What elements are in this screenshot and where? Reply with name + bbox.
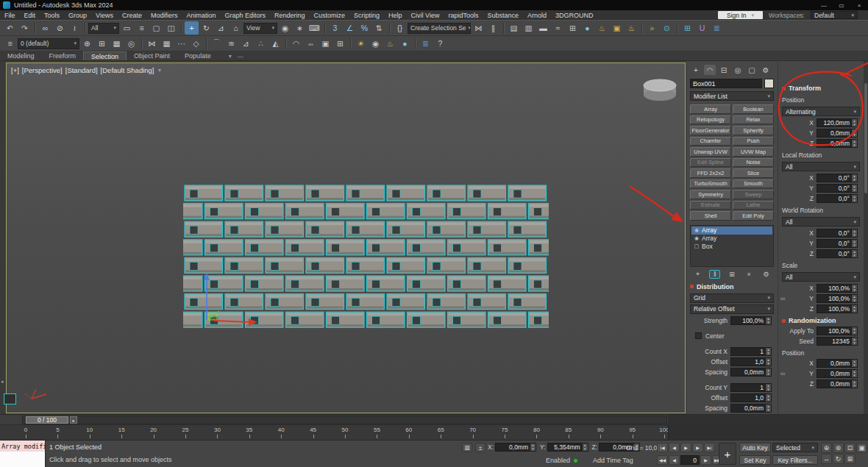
random-position-y-spinner[interactable]: 0,0mm▴▾ <box>817 369 858 378</box>
scrollbar-thumb[interactable] <box>864 83 867 193</box>
modifier-button-noise[interactable]: Noise <box>733 158 774 168</box>
randomization-rollout-header[interactable]: Randomization <box>778 314 864 326</box>
keyboard-override-icon[interactable]: ⌨ <box>307 21 321 35</box>
rendered-frame-icon[interactable]: ▣ <box>610 21 624 35</box>
menu-create[interactable]: Create <box>118 10 146 20</box>
spinner-arrows[interactable]: ▴▾ <box>851 380 857 388</box>
next-frame-button[interactable]: ▶ <box>692 443 703 452</box>
viewport-menu-2[interactable]: [Standard] <box>65 66 98 74</box>
key-step-back-button[interactable]: ◀ <box>669 455 680 465</box>
rectangular-selection-icon[interactable]: ▢ <box>149 21 163 35</box>
auto-key-button[interactable]: Auto Key <box>739 443 771 452</box>
center-checkbox[interactable]: Center <box>686 331 778 341</box>
local-rotation-y-spinner[interactable]: 0,0°▴▾ <box>817 184 858 193</box>
zoom-region-icon[interactable]: ▣ <box>856 443 867 453</box>
key-filters-button[interactable]: Key Filters... <box>772 455 818 465</box>
local-rotation-mode-dropdown[interactable]: All▾ <box>782 162 860 171</box>
shell-tool-icon[interactable]: ▣ <box>319 37 332 50</box>
modify-tab[interactable]: ◠ <box>704 65 716 75</box>
redo-icon[interactable]: ↷ <box>18 21 32 35</box>
viewport-menu-1[interactable]: [Perspective] <box>22 66 63 74</box>
close-button[interactable]: × <box>850 0 868 10</box>
axis-link-icon[interactable]: ∞ <box>780 295 785 302</box>
ribbon-tab-freeform[interactable]: Freeform <box>42 51 84 60</box>
brick-wall-object[interactable] <box>165 185 567 327</box>
select-and-place-icon[interactable]: ⌂ <box>229 21 243 35</box>
spinner-arrows[interactable]: ▴▾ <box>851 250 857 257</box>
previous-frame-button[interactable]: ◀ <box>669 443 680 452</box>
coord-x-field[interactable]: 0,0mm▴▾ <box>495 443 536 452</box>
render-production-icon[interactable]: ♨ <box>625 21 638 35</box>
create-new-layer-icon[interactable]: ⊕ <box>80 37 94 50</box>
spinner-snap-icon[interactable]: ⇅ <box>372 21 386 35</box>
time-slider-handle[interactable]: 0 / 100 <box>26 416 68 424</box>
create-key-button[interactable]: + <box>719 443 736 465</box>
reference-coordinate-dropdown[interactable]: View▾ <box>243 23 277 34</box>
stack-visibility-icon[interactable]: ▢ <box>694 243 700 249</box>
menu-views[interactable]: Views <box>91 10 118 20</box>
selection-lock-icon[interactable]: ⊠ <box>462 443 472 452</box>
modifier-button-chamfer[interactable]: Chamfer <box>690 137 731 146</box>
angle-snap-icon[interactable]: ∠ <box>343 21 357 35</box>
modifier-button-symmetry[interactable]: Symmetry <box>690 190 731 199</box>
schematic-view-icon[interactable]: ⊞ <box>566 21 580 35</box>
listener-icon[interactable]: ≣ <box>710 21 724 35</box>
menu-civil-view[interactable]: Civil View <box>407 10 444 20</box>
spinner-arrows[interactable]: ▴▾ <box>851 185 857 192</box>
modifier-button-sweep[interactable]: Sweep <box>733 190 774 199</box>
hierarchy-tab[interactable]: ⊟ <box>718 65 730 75</box>
add-time-tag[interactable]: Add Time Tag <box>593 457 633 464</box>
viewport-corner-indicator[interactable] <box>4 393 16 404</box>
modifier-button-spherify[interactable]: Spherify <box>733 126 774 135</box>
undo-icon[interactable]: ↶ <box>3 21 17 35</box>
menu-scripting[interactable]: Scripting <box>349 10 384 20</box>
modifier-button-shell[interactable]: Shell <box>690 211 731 221</box>
spinner-arrows[interactable]: ▴▾ <box>765 348 771 355</box>
selection-filter-dropdown[interactable]: All▾ <box>88 23 119 34</box>
edit-named-selection-icon[interactable]: {} <box>393 21 407 35</box>
spinner-arrows[interactable]: ▴▾ <box>851 174 857 182</box>
zoom-extents-icon[interactable]: ⊡ <box>844 443 855 453</box>
local-rotation-x-spinner[interactable]: 0,0°▴▾ <box>817 174 858 182</box>
percent-snap-icon[interactable]: % <box>357 21 371 35</box>
mirror-tool-icon[interactable]: ⋈ <box>145 37 159 50</box>
terrain-icon[interactable]: ⊿ <box>239 37 253 50</box>
show-end-result-icon[interactable]: ‖ <box>709 270 720 279</box>
offset-y-spinner[interactable]: 1,0▴▾ <box>730 393 772 402</box>
use-pivot-point-icon[interactable]: ◉ <box>278 21 292 35</box>
menu-rendering[interactable]: Rendering <box>270 10 310 20</box>
trackbar-arrow-icon[interactable]: ◂ <box>1 379 4 385</box>
local-rotation-z-spinner[interactable]: 0,0°▴▾ <box>817 194 858 203</box>
set-key-button[interactable]: Set Key <box>739 455 771 465</box>
seed-spinner[interactable]: 12345▴▾ <box>817 337 858 346</box>
play-button[interactable]: ▶ <box>680 443 691 452</box>
key-mode-dropdown[interactable]: Selected▾ <box>772 443 818 452</box>
ribbon-tab-selection[interactable]: Selection <box>83 51 127 60</box>
viewport-menu-0[interactable]: [+] <box>11 66 19 74</box>
modifier-button-uvw-map[interactable]: UVW Map <box>733 147 774 157</box>
modifier-button-edit-spline[interactable]: Edit Spline <box>690 158 731 168</box>
camera-tool-icon[interactable]: ◉ <box>369 37 383 50</box>
select-layer-objects-icon[interactable]: ▦ <box>110 37 124 50</box>
snapshot-icon[interactable]: ◇ <box>189 37 203 50</box>
go-to-start-button[interactable]: |◀ <box>657 443 668 452</box>
scale-x-spinner[interactable]: 100,0%▴▾ <box>817 284 858 293</box>
stack-item-box-2[interactable]: ▢Box <box>691 243 772 251</box>
macro-recorder-line[interactable]: Array modifi <box>0 441 45 452</box>
spinner-arrows[interactable]: ▴▾ <box>765 394 771 402</box>
ribbon-tab-modeling[interactable]: Modeling <box>0 51 42 60</box>
random-position-x-spinner[interactable]: 0,0mm▴▾ <box>817 359 858 368</box>
offset-mode-dropdown[interactable]: Relative Offset▾ <box>690 304 774 314</box>
modifier-button-lathe[interactable]: Lathe <box>733 201 774 210</box>
stack-visibility-icon[interactable]: ◉ <box>694 235 700 241</box>
modifier-button-floorgenerator[interactable]: FloorGenerator <box>690 126 731 135</box>
menu-arnold[interactable]: Arnold <box>523 10 551 20</box>
scale-y-spinner[interactable]: 100,0%▴▾ <box>817 294 858 303</box>
help-tool-icon[interactable]: ? <box>433 37 447 50</box>
listener-line[interactable] <box>0 452 45 467</box>
array-tool-icon[interactable]: ▦ <box>160 37 174 50</box>
viewport-label-menu-icon[interactable]: ▼ <box>157 68 162 73</box>
spinner-arrows[interactable]: ▴▾ <box>851 119 857 126</box>
modifier-list-dropdown[interactable]: Modifier List ▾ <box>690 91 774 101</box>
object-color-swatch[interactable] <box>764 79 774 88</box>
